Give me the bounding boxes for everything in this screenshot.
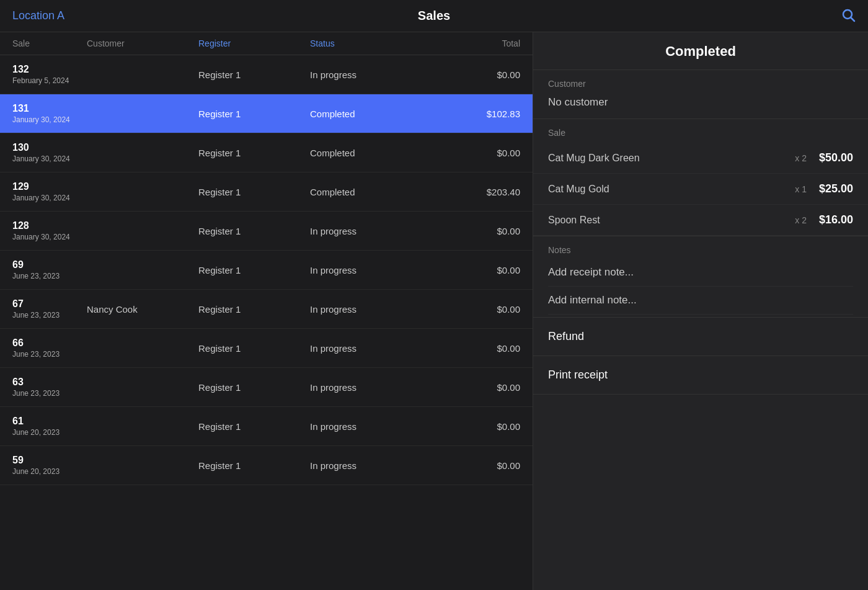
notes-label: Notes [548,245,853,255]
sale-number: 61 [12,416,87,427]
sale-number: 66 [12,337,87,349]
sale-total: $0.00 [434,343,520,354]
sale-register: Register 1 [198,382,310,393]
sale-date: June 23, 2023 [12,389,87,398]
main-container: Sale Customer Register Status Total 132 … [0,32,868,590]
sale-status: Completed [310,148,434,158]
table-row[interactable]: 129 January 30, 2024 Register 1 Complete… [0,172,533,212]
sale-number: 63 [12,377,87,388]
add-receipt-note-button[interactable]: Add receipt note... [548,259,853,287]
refund-button[interactable]: Refund [533,318,868,356]
col-total: Total [434,38,520,48]
table-row[interactable]: 66 June 23, 2023 Register 1 In progress … [0,329,533,368]
sale-total: $0.00 [434,382,520,393]
sale-total: $0.00 [434,226,520,236]
sale-number: 69 [12,259,87,270]
location-title[interactable]: Location A [12,9,293,22]
add-internal-note-button[interactable]: Add internal note... [548,287,853,315]
line-item-price: $25.00 [819,182,853,195]
table-row[interactable]: 131 January 30, 2024 Register 1 Complete… [0,94,533,133]
col-customer: Customer [87,38,198,48]
sale-register: Register 1 [198,421,310,432]
search-area [575,7,856,24]
col-register[interactable]: Register [198,38,310,48]
sale-number: 130 [12,142,87,153]
table-row[interactable]: 67 June 23, 2023 Nancy Cook Register 1 I… [0,290,533,329]
notes-section: Notes Add receipt note... Add internal n… [533,236,868,317]
sale-date: January 30, 2024 [12,233,87,241]
customer-value: No customer [533,94,868,119]
table-row[interactable]: 132 February 5, 2024 Register 1 In progr… [0,55,533,94]
sale-date: June 20, 2023 [12,467,87,476]
sale-number: 131 [12,103,87,114]
sale-number: 59 [12,455,87,466]
line-item: Cat Mug Dark Green x 2 $50.00 [533,143,868,174]
sale-date: June 23, 2023 [12,350,87,359]
sale-total: $0.00 [434,421,520,432]
print-receipt-button[interactable]: Print receipt [533,356,868,395]
customer-section-label: Customer [533,70,868,94]
sale-register: Register 1 [198,69,310,80]
line-item-qty: x 2 [795,153,807,163]
line-item-name: Cat Mug Dark Green [548,153,795,164]
sale-register: Register 1 [198,148,310,158]
table-row[interactable]: 128 January 30, 2024 Register 1 In progr… [0,212,533,251]
line-item-qty: x 1 [795,184,807,194]
sale-date: June 20, 2023 [12,428,87,437]
action-section: Refund Print receipt [533,317,868,395]
table-row[interactable]: 130 January 30, 2024 Register 1 Complete… [0,133,533,172]
sale-total: $0.00 [434,265,520,275]
page-title: Sales [293,9,574,23]
sale-status: In progress [310,304,434,315]
sale-status: In progress [310,226,434,236]
sale-status: In progress [310,460,434,471]
sale-register: Register 1 [198,109,310,119]
detail-header: Completed [533,32,868,70]
svg-line-1 [851,18,854,22]
sales-list: 132 February 5, 2024 Register 1 In progr… [0,55,533,590]
sale-register: Register 1 [198,187,310,197]
sale-status: In progress [310,421,434,432]
sale-total: $0.00 [434,69,520,80]
sale-register: Register 1 [198,343,310,354]
line-item-name: Spoon Rest [548,215,795,226]
table-row[interactable]: 63 June 23, 2023 Register 1 In progress … [0,368,533,407]
line-item-price: $16.00 [819,213,853,226]
line-item-qty: x 2 [795,215,807,225]
sale-total: $0.00 [434,304,520,315]
sale-register: Register 1 [198,460,310,471]
sale-total: $0.00 [434,460,520,471]
sale-customer: Nancy Cook [87,304,198,315]
sale-total: $102.83 [434,109,520,119]
table-row[interactable]: 61 June 20, 2023 Register 1 In progress … [0,407,533,446]
sale-status: In progress [310,343,434,354]
sale-status: In progress [310,265,434,275]
col-status[interactable]: Status [310,38,434,48]
sale-date: June 23, 2023 [12,272,87,280]
sale-register: Register 1 [198,226,310,236]
sale-status: Completed [310,187,434,197]
table-header: Sale Customer Register Status Total [0,32,533,55]
sale-date: January 30, 2024 [12,194,87,202]
sale-total: $203.40 [434,187,520,197]
line-items-container: Cat Mug Dark Green x 2 $50.00 Cat Mug Go… [533,143,868,236]
sale-status: In progress [310,69,434,80]
sale-number: 132 [12,64,87,75]
sale-date: January 30, 2024 [12,115,87,124]
sale-total: $0.00 [434,148,520,158]
table-row[interactable]: 69 June 23, 2023 Register 1 In progress … [0,251,533,290]
line-item: Spoon Rest x 2 $16.00 [533,205,868,236]
detail-status-title: Completed [548,43,853,60]
sale-number: 129 [12,181,87,192]
table-row[interactable]: 59 June 20, 2023 Register 1 In progress … [0,446,533,485]
sale-status: Completed [310,109,434,119]
detail-panel: Completed Customer No customer Sale Cat … [533,32,868,590]
col-sale: Sale [12,38,87,48]
line-item-price: $50.00 [819,151,853,164]
sales-panel: Sale Customer Register Status Total 132 … [0,32,533,590]
line-item: Cat Mug Gold x 1 $25.00 [533,174,868,205]
sale-register: Register 1 [198,304,310,315]
line-item-name: Cat Mug Gold [548,184,795,195]
sale-date: January 30, 2024 [12,154,87,163]
search-button[interactable] [841,7,856,24]
